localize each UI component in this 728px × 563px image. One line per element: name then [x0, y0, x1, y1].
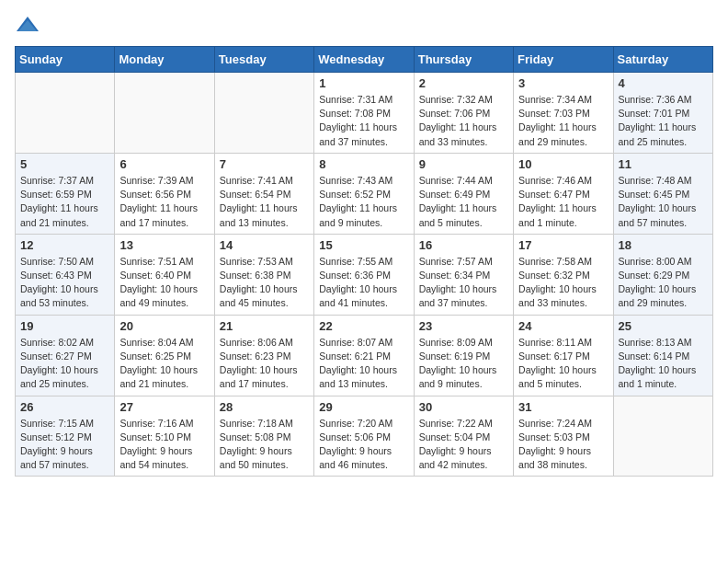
day-number: 16: [419, 238, 508, 252]
day-info: Sunrise: 7:53 AM Sunset: 6:38 PM Dayligh…: [220, 255, 309, 311]
calendar-day-empty: [115, 73, 214, 154]
day-info: Sunrise: 8:04 AM Sunset: 6:25 PM Dayligh…: [119, 336, 209, 392]
calendar-day-11: 11Sunrise: 7:48 AM Sunset: 6:45 PM Dayli…: [613, 153, 712, 234]
day-number: 22: [319, 319, 408, 333]
day-number: 19: [20, 319, 109, 333]
weekday-header-thursday: Thursday: [414, 47, 513, 73]
day-number: 25: [619, 319, 708, 333]
calendar-day-23: 23Sunrise: 8:09 AM Sunset: 6:19 PM Dayli…: [414, 315, 513, 396]
day-info: Sunrise: 7:44 AM Sunset: 6:49 PM Dayligh…: [419, 174, 508, 230]
calendar-day-24: 24Sunrise: 8:11 AM Sunset: 6:17 PM Dayli…: [514, 315, 613, 396]
day-info: Sunrise: 7:39 AM Sunset: 6:56 PM Dayligh…: [119, 174, 209, 230]
day-number: 10: [518, 157, 608, 171]
day-info: Sunrise: 7:41 AM Sunset: 6:54 PM Dayligh…: [220, 174, 309, 230]
day-info: Sunrise: 8:11 AM Sunset: 6:17 PM Dayligh…: [518, 336, 608, 392]
calendar-day-empty: [613, 396, 712, 477]
calendar-week-row: 19Sunrise: 8:02 AM Sunset: 6:27 PM Dayli…: [16, 315, 713, 396]
day-number: 12: [20, 238, 109, 252]
day-info: Sunrise: 7:50 AM Sunset: 6:43 PM Dayligh…: [20, 255, 109, 311]
calendar-week-row: 12Sunrise: 7:50 AM Sunset: 6:43 PM Dayli…: [16, 234, 713, 315]
day-info: Sunrise: 7:36 AM Sunset: 7:01 PM Dayligh…: [619, 93, 708, 149]
calendar-day-7: 7Sunrise: 7:41 AM Sunset: 6:54 PM Daylig…: [214, 153, 313, 234]
day-info: Sunrise: 7:55 AM Sunset: 6:36 PM Dayligh…: [319, 255, 408, 311]
calendar-day-14: 14Sunrise: 7:53 AM Sunset: 6:38 PM Dayli…: [214, 234, 313, 315]
day-info: Sunrise: 7:57 AM Sunset: 6:34 PM Dayligh…: [419, 255, 508, 311]
calendar-day-25: 25Sunrise: 8:13 AM Sunset: 6:14 PM Dayli…: [613, 315, 712, 396]
calendar-week-row: 26Sunrise: 7:15 AM Sunset: 5:12 PM Dayli…: [16, 396, 713, 477]
day-number: 6: [119, 157, 209, 171]
day-info: Sunrise: 8:06 AM Sunset: 6:23 PM Dayligh…: [220, 336, 309, 392]
day-number: 27: [119, 400, 209, 414]
day-number: 24: [518, 319, 608, 333]
weekday-header-monday: Monday: [115, 47, 214, 73]
day-info: Sunrise: 7:22 AM Sunset: 5:04 PM Dayligh…: [419, 417, 508, 473]
calendar-day-20: 20Sunrise: 8:04 AM Sunset: 6:25 PM Dayli…: [115, 315, 214, 396]
weekday-header-row: SundayMondayTuesdayWednesdayThursdayFrid…: [16, 47, 713, 73]
day-number: 23: [419, 319, 508, 333]
calendar-week-row: 1Sunrise: 7:31 AM Sunset: 7:08 PM Daylig…: [16, 73, 713, 154]
day-number: 17: [518, 238, 608, 252]
weekday-header-wednesday: Wednesday: [314, 47, 414, 73]
day-info: Sunrise: 7:48 AM Sunset: 6:45 PM Dayligh…: [619, 174, 708, 230]
calendar-week-row: 5Sunrise: 7:37 AM Sunset: 6:59 PM Daylig…: [16, 153, 713, 234]
calendar-day-31: 31Sunrise: 7:24 AM Sunset: 5:03 PM Dayli…: [514, 396, 613, 477]
day-number: 2: [419, 76, 508, 90]
calendar-day-empty: [16, 73, 115, 154]
day-number: 14: [220, 238, 309, 252]
logo: [15, 15, 44, 35]
day-info: Sunrise: 7:37 AM Sunset: 6:59 PM Dayligh…: [20, 174, 109, 230]
calendar-day-13: 13Sunrise: 7:51 AM Sunset: 6:40 PM Dayli…: [115, 234, 214, 315]
day-number: 18: [619, 238, 708, 252]
day-info: Sunrise: 7:24 AM Sunset: 5:03 PM Dayligh…: [518, 417, 608, 473]
day-number: 30: [419, 400, 508, 414]
calendar-day-1: 1Sunrise: 7:31 AM Sunset: 7:08 PM Daylig…: [314, 73, 414, 154]
weekday-header-friday: Friday: [514, 47, 613, 73]
calendar-day-2: 2Sunrise: 7:32 AM Sunset: 7:06 PM Daylig…: [414, 73, 513, 154]
weekday-header-sunday: Sunday: [16, 47, 115, 73]
day-number: 15: [319, 238, 408, 252]
calendar-day-3: 3Sunrise: 7:34 AM Sunset: 7:03 PM Daylig…: [514, 73, 613, 154]
day-info: Sunrise: 7:20 AM Sunset: 5:06 PM Dayligh…: [319, 417, 408, 473]
day-number: 8: [319, 157, 408, 171]
calendar-day-27: 27Sunrise: 7:16 AM Sunset: 5:10 PM Dayli…: [115, 396, 214, 477]
calendar-day-18: 18Sunrise: 8:00 AM Sunset: 6:29 PM Dayli…: [613, 234, 712, 315]
calendar-day-10: 10Sunrise: 7:46 AM Sunset: 6:47 PM Dayli…: [514, 153, 613, 234]
day-number: 11: [619, 157, 708, 171]
calendar-day-26: 26Sunrise: 7:15 AM Sunset: 5:12 PM Dayli…: [16, 396, 115, 477]
day-number: 4: [619, 76, 708, 90]
day-info: Sunrise: 7:18 AM Sunset: 5:08 PM Dayligh…: [220, 417, 309, 473]
day-info: Sunrise: 8:13 AM Sunset: 6:14 PM Dayligh…: [619, 336, 708, 392]
day-number: 3: [518, 76, 608, 90]
calendar-day-9: 9Sunrise: 7:44 AM Sunset: 6:49 PM Daylig…: [414, 153, 513, 234]
day-info: Sunrise: 7:43 AM Sunset: 6:52 PM Dayligh…: [319, 174, 408, 230]
page-header: [15, 15, 713, 35]
calendar-day-16: 16Sunrise: 7:57 AM Sunset: 6:34 PM Dayli…: [414, 234, 513, 315]
day-info: Sunrise: 8:00 AM Sunset: 6:29 PM Dayligh…: [619, 255, 708, 311]
calendar-table: SundayMondayTuesdayWednesdayThursdayFrid…: [15, 46, 713, 477]
weekday-header-tuesday: Tuesday: [214, 47, 313, 73]
day-number: 13: [119, 238, 209, 252]
calendar-day-6: 6Sunrise: 7:39 AM Sunset: 6:56 PM Daylig…: [115, 153, 214, 234]
day-number: 7: [220, 157, 309, 171]
calendar-day-22: 22Sunrise: 8:07 AM Sunset: 6:21 PM Dayli…: [314, 315, 414, 396]
day-info: Sunrise: 7:51 AM Sunset: 6:40 PM Dayligh…: [119, 255, 209, 311]
calendar-day-30: 30Sunrise: 7:22 AM Sunset: 5:04 PM Dayli…: [414, 396, 513, 477]
day-number: 1: [319, 76, 408, 90]
day-number: 21: [220, 319, 309, 333]
calendar-day-12: 12Sunrise: 7:50 AM Sunset: 6:43 PM Dayli…: [16, 234, 115, 315]
day-number: 26: [20, 400, 109, 414]
day-info: Sunrise: 7:46 AM Sunset: 6:47 PM Dayligh…: [518, 174, 608, 230]
day-info: Sunrise: 7:34 AM Sunset: 7:03 PM Dayligh…: [518, 93, 608, 149]
calendar-day-29: 29Sunrise: 7:20 AM Sunset: 5:06 PM Dayli…: [314, 396, 414, 477]
day-info: Sunrise: 7:32 AM Sunset: 7:06 PM Dayligh…: [419, 93, 508, 149]
calendar-day-4: 4Sunrise: 7:36 AM Sunset: 7:01 PM Daylig…: [613, 73, 712, 154]
day-info: Sunrise: 7:58 AM Sunset: 6:32 PM Dayligh…: [518, 255, 608, 311]
calendar-day-17: 17Sunrise: 7:58 AM Sunset: 6:32 PM Dayli…: [514, 234, 613, 315]
day-number: 5: [20, 157, 109, 171]
calendar-day-8: 8Sunrise: 7:43 AM Sunset: 6:52 PM Daylig…: [314, 153, 414, 234]
day-number: 28: [220, 400, 309, 414]
calendar-day-21: 21Sunrise: 8:06 AM Sunset: 6:23 PM Dayli…: [214, 315, 313, 396]
calendar-day-19: 19Sunrise: 8:02 AM Sunset: 6:27 PM Dayli…: [16, 315, 115, 396]
logo-icon: [15, 15, 40, 35]
day-info: Sunrise: 7:31 AM Sunset: 7:08 PM Dayligh…: [319, 93, 408, 149]
